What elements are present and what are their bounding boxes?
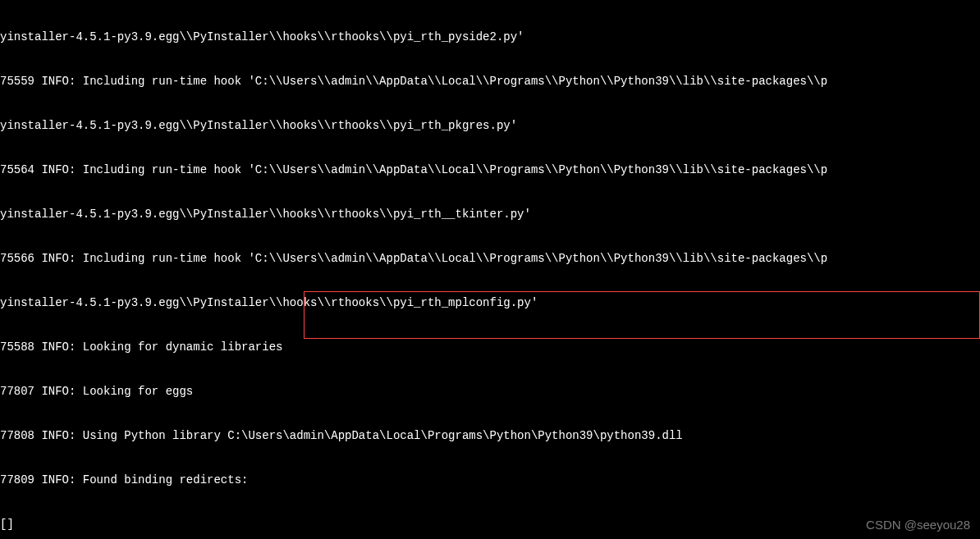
log-line: 77808 INFO: Using Python library C:\User… — [0, 428, 980, 443]
log-line: 75564 INFO: Including run-time hook 'C:\… — [0, 162, 980, 177]
log-line: 77809 INFO: Found binding redirects: — [0, 473, 980, 487]
log-line: [] — [0, 517, 980, 532]
log-line: yinstaller-4.5.1-py3.9.egg\\PyInstaller\… — [0, 295, 980, 310]
log-line: yinstaller-4.5.1-py3.9.egg\\PyInstaller\… — [0, 118, 980, 133]
log-line: 77807 INFO: Looking for eggs — [0, 384, 980, 399]
log-line: 75559 INFO: Including run-time hook 'C:\… — [0, 74, 980, 89]
terminal-output[interactable]: yinstaller-4.5.1-py3.9.egg\\PyInstaller\… — [0, 0, 980, 539]
watermark-text: CSDN @seeyou28 — [866, 518, 970, 532]
log-line: 75588 INFO: Looking for dynamic librarie… — [0, 340, 980, 354]
log-line: yinstaller-4.5.1-py3.9.egg\\PyInstaller\… — [0, 207, 980, 222]
log-line: yinstaller-4.5.1-py3.9.egg\\PyInstaller\… — [0, 30, 980, 44]
log-line: 75566 INFO: Including run-time hook 'C:\… — [0, 251, 980, 266]
